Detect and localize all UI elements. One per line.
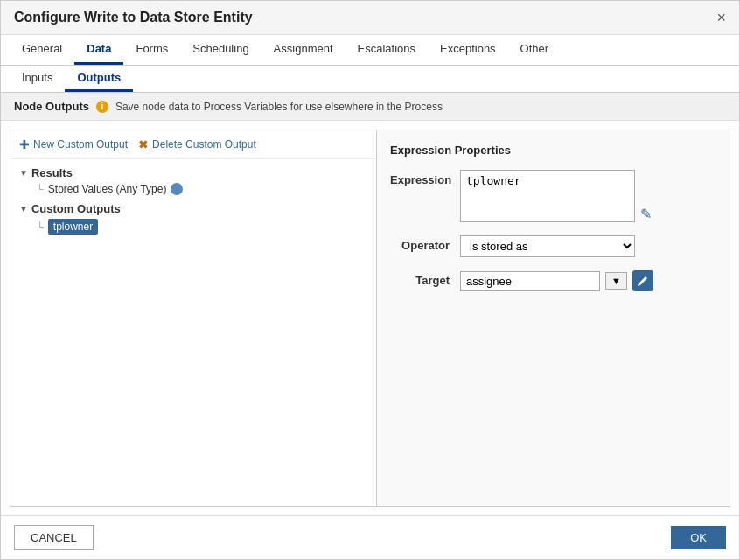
expression-properties-title: Expression Properties xyxy=(390,144,716,157)
custom-outputs-section-header[interactable]: ▼ Custom Outputs xyxy=(19,202,367,215)
expression-label: Expression xyxy=(390,170,460,186)
results-arrow-icon: ▼ xyxy=(19,168,28,178)
results-label: Results xyxy=(31,166,73,179)
left-panel-toolbar: ✚ New Custom Output ✖ Delete Custom Outp… xyxy=(10,130,376,159)
target-edit-button[interactable] xyxy=(632,270,653,291)
sub-tab-inputs[interactable]: Inputs xyxy=(10,66,65,92)
tab-other[interactable]: Other xyxy=(508,35,562,65)
operator-select[interactable]: is stored as xyxy=(460,235,635,257)
dialog-footer: CANCEL OK xyxy=(1,515,739,559)
node-outputs-title: Node Outputs xyxy=(14,100,89,113)
tree-area: ▼ Results └ Stored Values (Any Type) ▼ C… xyxy=(10,159,376,506)
new-custom-output-label: New Custom Output xyxy=(33,138,128,150)
close-button[interactable]: × xyxy=(716,10,726,25)
cancel-button[interactable]: CANCEL xyxy=(14,525,94,550)
expression-control-area: ✎ xyxy=(460,170,716,222)
expression-edit-icon[interactable]: ✎ xyxy=(640,206,652,222)
ok-button[interactable]: OK xyxy=(671,526,726,550)
tab-exceptions[interactable]: Exceptions xyxy=(428,35,508,65)
operator-label: Operator xyxy=(390,235,460,252)
dialog-header: Configure Write to Data Store Entity × xyxy=(1,1,739,35)
stored-values-item[interactable]: └ Stored Values (Any Type) xyxy=(37,183,367,195)
stored-values-label: Stored Values (Any Type) xyxy=(48,183,167,195)
tree-connector-icon: └ xyxy=(37,184,44,194)
operator-row: Operator is stored as xyxy=(390,235,716,257)
tab-escalations[interactable]: Escalations xyxy=(346,35,428,65)
tab-forms[interactable]: Forms xyxy=(123,35,180,65)
target-row: Target ▼ xyxy=(390,270,716,291)
custom-outputs-label: Custom Outputs xyxy=(31,202,121,215)
tab-scheduling[interactable]: Scheduling xyxy=(180,35,261,65)
sub-tab-outputs[interactable]: Outputs xyxy=(65,66,133,92)
node-outputs-hint: Save node data to Process Variables for … xyxy=(115,101,443,113)
delete-icon: ✖ xyxy=(138,137,149,151)
expression-textarea[interactable] xyxy=(460,170,635,222)
tab-data[interactable]: Data xyxy=(74,35,123,65)
operator-control-area: is stored as xyxy=(460,235,716,257)
target-input[interactable] xyxy=(460,271,600,291)
tplowner-connector-icon: └ xyxy=(37,221,44,232)
delete-custom-output-label: Delete Custom Output xyxy=(152,138,256,150)
tplowner-item[interactable]: └ tplowner xyxy=(37,219,367,234)
sub-tabs: Inputs Outputs xyxy=(1,66,739,93)
tplowner-label: tplowner xyxy=(48,219,98,234)
add-icon: ✚ xyxy=(19,137,30,151)
dialog-title: Configure Write to Data Store Entity xyxy=(14,10,253,25)
tab-general[interactable]: General xyxy=(10,35,74,65)
target-edit-icon xyxy=(638,276,648,286)
main-dialog: Configure Write to Data Store Entity × G… xyxy=(0,0,740,560)
expression-row: Expression ✎ xyxy=(390,170,716,222)
target-dropdown-button[interactable]: ▼ xyxy=(605,272,627,290)
delete-custom-output-link[interactable]: ✖ Delete Custom Output xyxy=(138,137,256,151)
custom-outputs-arrow-icon: ▼ xyxy=(19,204,28,214)
stored-values-db-icon xyxy=(171,183,183,195)
target-area: ▼ xyxy=(460,270,653,291)
results-section-header[interactable]: ▼ Results xyxy=(19,166,367,179)
node-outputs-bar: Node Outputs i Save node data to Process… xyxy=(1,93,739,121)
right-panel: Expression Properties Expression ✎ Opera… xyxy=(377,130,730,507)
new-custom-output-link[interactable]: ✚ New Custom Output xyxy=(19,137,128,151)
content-area: ✚ New Custom Output ✖ Delete Custom Outp… xyxy=(1,121,739,515)
left-panel: ✚ New Custom Output ✖ Delete Custom Outp… xyxy=(10,130,377,507)
target-control-area: ▼ xyxy=(460,270,716,291)
target-label: Target xyxy=(390,270,460,287)
info-icon: i xyxy=(96,101,108,113)
main-tabs: General Data Forms Scheduling Assignment… xyxy=(1,35,739,66)
tab-assignment[interactable]: Assignment xyxy=(262,35,346,65)
